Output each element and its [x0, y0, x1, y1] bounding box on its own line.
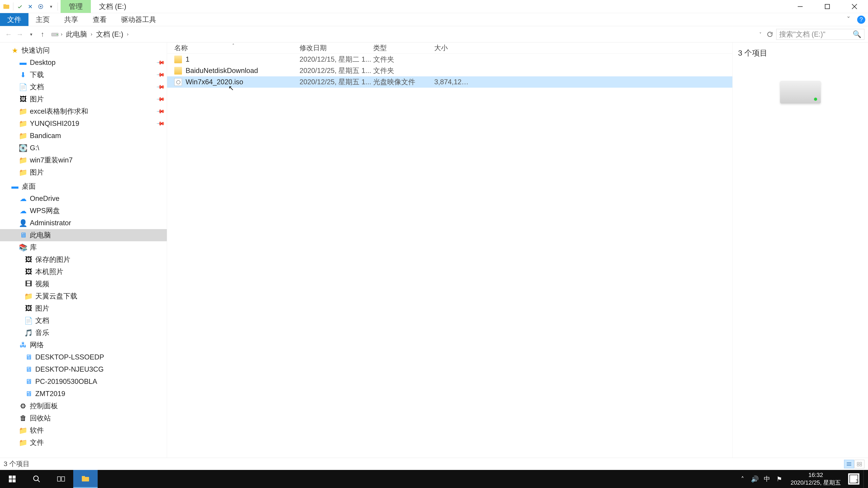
maximize-button[interactable] — [814, 0, 841, 13]
nav-files[interactable]: 📁文件 — [0, 436, 167, 449]
sort-ascending-icon: ˄ — [232, 43, 235, 48]
tab-drive-tools[interactable]: 驱动器工具 — [114, 13, 163, 26]
folder-icon — [174, 56, 182, 63]
contextual-tab-drive-tools[interactable]: 管理 — [61, 0, 91, 13]
qat-undo-icon[interactable] — [36, 2, 45, 11]
chevron-right-icon[interactable]: › — [90, 31, 93, 37]
navigation-pane[interactable]: ★快速访问 ▬Desktop📌 ⬇下载📌 📄文档📌 🖼图片📌 📁excel表格制… — [0, 42, 167, 458]
window-controls — [786, 0, 868, 13]
nav-net-pc-4[interactable]: 🖥ZMT2019 — [0, 388, 167, 400]
taskbar-search-button[interactable] — [24, 470, 49, 488]
quick-access-toolbar: ▾ — [0, 0, 61, 13]
close-button[interactable] — [841, 0, 868, 13]
nav-recent-dropdown[interactable]: ▾ — [26, 29, 36, 39]
pin-icon: 📌 — [156, 107, 165, 116]
nav-wps[interactable]: ☁WPS网盘 — [0, 205, 167, 217]
refresh-button[interactable] — [765, 29, 775, 39]
nav-lib-videos[interactable]: 🎞视频 — [0, 278, 167, 290]
nav-documents[interactable]: 📄文档📌 — [0, 81, 167, 93]
taskbar-explorer[interactable] — [73, 470, 98, 488]
nav-forward-button[interactable]: → — [15, 29, 25, 39]
nav-pictures-2[interactable]: 📁图片 — [0, 166, 167, 178]
nav-lib-tianyi[interactable]: 📁天翼云盘下载 — [0, 290, 167, 302]
nav-administrator[interactable]: 👤Administrator — [0, 217, 167, 229]
view-details-button[interactable] — [844, 460, 854, 468]
nav-lib-camera-roll[interactable]: 🖼本机照片 — [0, 266, 167, 278]
breadcrumb[interactable]: › 此电脑 › 文档 (E:) › ˅ — [49, 29, 764, 40]
chevron-right-icon[interactable]: › — [60, 31, 63, 37]
view-icons-button[interactable] — [855, 460, 864, 468]
nav-pictures[interactable]: 🖼图片📌 — [0, 93, 167, 105]
recycle-icon: 🗑 — [19, 414, 27, 422]
column-name[interactable]: 名称˄ — [167, 43, 300, 53]
help-icon[interactable]: ? — [857, 15, 865, 24]
nav-lib-saved-pictures[interactable]: 🖼保存的图片 — [0, 254, 167, 266]
table-row[interactable]: BaiduNetdiskDownload2020/12/25, 星期五 1...… — [167, 65, 733, 76]
column-date[interactable]: 修改日期 — [300, 43, 373, 53]
address-history-dropdown[interactable]: ˅ — [759, 32, 762, 37]
file-list[interactable]: 名称˄ 修改日期 类型 大小 12020/12/15, 星期二 1...文件夹B… — [167, 42, 733, 458]
download-icon: ⬇ — [19, 71, 27, 79]
nav-desktop[interactable]: ▬Desktop📌 — [0, 57, 167, 69]
minimize-button[interactable] — [786, 0, 814, 13]
nav-this-pc[interactable]: 🖥此电脑 — [0, 229, 167, 241]
nav-net-pc-1[interactable]: 🖥DESKTOP-LSSOEDP — [0, 351, 167, 363]
column-size[interactable]: 大小 — [434, 43, 479, 53]
tab-share[interactable]: 共享 — [57, 13, 86, 26]
breadcrumb-this-pc[interactable]: 此电脑 — [64, 30, 89, 39]
column-type[interactable]: 类型 — [373, 43, 434, 53]
action-center-button[interactable]: 3 — [848, 473, 860, 485]
task-view-button[interactable] — [49, 470, 73, 488]
nav-downloads[interactable]: ⬇下载📌 — [0, 69, 167, 81]
video-icon: 🎞 — [24, 280, 33, 288]
nav-lib-music[interactable]: 🎵音乐 — [0, 327, 167, 339]
tray-overflow-icon[interactable]: ˄ — [739, 475, 747, 483]
svg-rect-14 — [860, 462, 862, 464]
nav-lib-documents[interactable]: 📄文档 — [0, 315, 167, 327]
nav-win7-reinstall[interactable]: 📁win7重装win7 — [0, 154, 167, 166]
security-icon[interactable]: ⚑ — [775, 475, 783, 483]
volume-icon[interactable]: 🔊 — [751, 475, 759, 483]
taskbar[interactable]: ˄ 🔊 中 ⚑ 16:32 2020/12/25, 星期五 3 — [0, 470, 868, 488]
user-icon: 👤 — [19, 219, 27, 227]
chevron-right-icon[interactable]: › — [126, 31, 129, 37]
nav-quick-access[interactable]: ★快速访问 — [0, 44, 167, 57]
nav-up-button[interactable]: ↑ — [37, 29, 48, 39]
tab-view[interactable]: 查看 — [86, 13, 114, 26]
table-row[interactable]: Win7x64_2020.iso2020/12/25, 星期五 1...光盘映像… — [167, 76, 733, 88]
qat-customize-dropdown[interactable]: ▾ — [46, 2, 56, 11]
nav-network[interactable]: 🖧网络 — [0, 339, 167, 351]
ribbon-expand-icon[interactable]: ˇ — [844, 15, 854, 25]
qat-new-folder-icon[interactable] — [26, 2, 35, 11]
nav-recycle-bin[interactable]: 🗑回收站 — [0, 412, 167, 424]
nav-g-drive[interactable]: 💽G:\ — [0, 142, 167, 154]
nav-net-pc-2[interactable]: 🖥DESKTOP-NJEU3CG — [0, 363, 167, 376]
tab-file[interactable]: 文件 — [0, 13, 29, 26]
search-icon[interactable]: 🔍 — [852, 30, 862, 38]
app-icon[interactable] — [2, 2, 11, 11]
start-button[interactable] — [0, 470, 24, 488]
nav-yunqishi[interactable]: 📁YUNQISHI2019📌 — [0, 118, 167, 130]
nav-bandicam[interactable]: 📁Bandicam — [0, 130, 167, 142]
nav-desktop-root[interactable]: ▬桌面 — [0, 180, 167, 193]
nav-software[interactable]: 📁软件 — [0, 424, 167, 436]
nav-back-button[interactable]: ← — [4, 29, 13, 39]
qat-properties-icon[interactable] — [15, 2, 25, 11]
nav-lib-pictures[interactable]: 🖼图片 — [0, 302, 167, 315]
ime-indicator[interactable]: 中 — [763, 475, 771, 483]
nav-excel-folder[interactable]: 📁excel表格制作求和📌 — [0, 105, 167, 118]
tab-home[interactable]: 主页 — [29, 13, 57, 26]
nav-onedrive[interactable]: ☁OneDrive — [0, 193, 167, 205]
nav-libraries[interactable]: 📚库 — [0, 241, 167, 254]
taskbar-clock[interactable]: 16:32 2020/12/25, 星期五 — [787, 471, 844, 487]
search-input[interactable]: 搜索"文档 (E:)" 🔍 — [776, 29, 864, 40]
nav-control-panel[interactable]: ⚙控制面板 — [0, 400, 167, 412]
table-row[interactable]: 12020/12/15, 星期二 1...文件夹 — [167, 54, 733, 65]
file-date: 2020/12/25, 星期五 1... — [300, 66, 373, 75]
folder-icon: 📁 — [19, 120, 27, 128]
breadcrumb-current[interactable]: 文档 (E:) — [94, 30, 125, 39]
nav-net-pc-3[interactable]: 🖥PC-20190530OBLA — [0, 376, 167, 388]
svg-rect-26 — [82, 476, 85, 478]
show-desktop-button[interactable] — [864, 470, 866, 488]
svg-rect-19 — [9, 480, 12, 483]
